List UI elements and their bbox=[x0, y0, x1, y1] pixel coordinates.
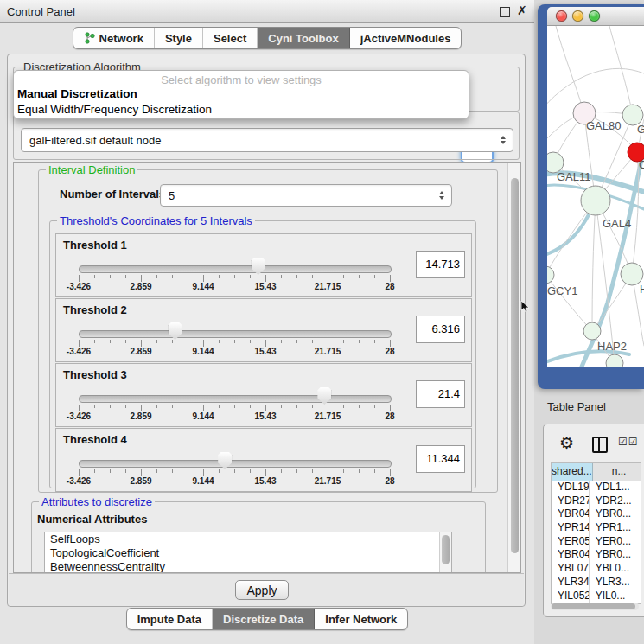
table-row[interactable]: YBL079WYBL0... bbox=[552, 562, 641, 576]
tab-select[interactable]: Select bbox=[203, 28, 258, 48]
network-node[interactable] bbox=[606, 354, 623, 367]
table-row[interactable]: YLR345WYLR3... bbox=[552, 576, 641, 590]
cell-name: YBR0... bbox=[590, 548, 641, 562]
tab-label: Infer Network bbox=[325, 613, 397, 626]
tab-label: Discretize Data bbox=[223, 613, 303, 626]
numerical-attributes-list[interactable]: SelfLoopsTopologicalCoefficientBetweenne… bbox=[44, 532, 452, 573]
float-window-icon[interactable] bbox=[500, 7, 510, 17]
algorithm-dropdown-popup: Select algorithm to view settings Manual… bbox=[13, 70, 469, 119]
number-of-intervals-value: 5 bbox=[161, 189, 436, 202]
number-of-intervals-label: Number of Intervals bbox=[60, 188, 165, 201]
tab-impute-data[interactable]: Impute Data bbox=[127, 609, 213, 629]
dropdown-option-manual[interactable]: Manual Discretization bbox=[17, 87, 137, 100]
network-node-gal4[interactable] bbox=[581, 186, 610, 215]
threshold-value-field[interactable]: 21.4 bbox=[416, 380, 465, 408]
network-node-label: HAP2 bbox=[597, 340, 627, 353]
network-node-label: GAL4 bbox=[603, 217, 631, 230]
cell-name: YBL0... bbox=[590, 562, 641, 576]
node-table[interactable]: shared...n... YDL19...YDL1...YDR27...YDR… bbox=[551, 462, 641, 604]
attributes-list-scrollbar[interactable] bbox=[439, 532, 451, 573]
attribute-list-item[interactable]: SelfLoops bbox=[45, 532, 451, 546]
network-edge[interactable] bbox=[547, 275, 592, 331]
mac-close-icon[interactable] bbox=[556, 10, 567, 22]
checkbox-pair-icon[interactable]: ☑☑ bbox=[618, 436, 639, 448]
tab-label: Impute Data bbox=[137, 613, 201, 626]
number-of-intervals-combobox[interactable]: 5 bbox=[160, 184, 452, 207]
table-data-combobox[interactable]: galFiltered.sif default node bbox=[21, 128, 513, 152]
threshold-row-3: Threshold 3-3.4262.8599.14415.4321.71528… bbox=[55, 363, 472, 427]
thresholds-group-label: Threshold's Coordinates for 5 Intervals bbox=[57, 214, 255, 227]
table-row[interactable]: YDR27...YDR2... bbox=[552, 494, 641, 508]
dropdown-prompt: Select algorithm to view settings bbox=[14, 73, 469, 86]
threshold-row-4: Threshold 4-3.4262.8599.14415.4321.71528… bbox=[55, 428, 472, 492]
attribute-list-item[interactable]: TopologicalCoefficient bbox=[45, 546, 451, 560]
network-canvas[interactable]: GAL80GCGAL11GAL4GCY1HHAP2 bbox=[547, 26, 644, 367]
slider-ticks bbox=[79, 340, 390, 347]
interval-definition-group-label: Interval Definition bbox=[46, 163, 137, 176]
table-data-selected-value: galFiltered.sif default node bbox=[22, 134, 497, 147]
tab-discretize-data[interactable]: Discretize Data bbox=[213, 609, 315, 629]
network-edge[interactable] bbox=[556, 26, 584, 113]
mac-zoom-icon[interactable] bbox=[589, 10, 600, 22]
apply-button[interactable]: Apply bbox=[235, 580, 289, 600]
control-panel-titlebar: Control Panel ✗ bbox=[0, 0, 534, 23]
column-header-name[interactable]: n... bbox=[593, 463, 641, 481]
slider-tick-labels: -3.4262.8599.14415.4321.71528 bbox=[79, 347, 390, 357]
tab-infer-network[interactable]: Infer Network bbox=[315, 609, 407, 629]
cell-name: YBR0... bbox=[590, 507, 641, 521]
settings-panel-scrollbar[interactable] bbox=[507, 163, 520, 572]
mac-minimize-icon[interactable] bbox=[572, 10, 583, 22]
cell-name: YLR3... bbox=[590, 576, 641, 590]
slider-track[interactable] bbox=[79, 395, 392, 403]
attributes-group-label: Attributes to discretize bbox=[39, 495, 155, 508]
network-node-hap2[interactable] bbox=[583, 322, 601, 340]
network-edge[interactable] bbox=[592, 201, 596, 331]
slider-track[interactable] bbox=[79, 265, 392, 273]
cell-shared-name: YER054C bbox=[552, 535, 590, 549]
network-window-titlebar bbox=[547, 7, 644, 26]
table-row[interactable]: YIL052CYIL0... bbox=[552, 590, 641, 603]
close-icon[interactable]: ✗ bbox=[517, 3, 527, 17]
table-row[interactable]: YPR145WYPR1... bbox=[552, 521, 641, 535]
network-node-label: H bbox=[640, 283, 644, 296]
tab-style[interactable]: Style bbox=[155, 28, 203, 48]
gear-icon[interactable]: ⚙ bbox=[559, 433, 574, 453]
cell-shared-name: YDL19... bbox=[552, 481, 590, 494]
table-row[interactable]: YDL19...YDL1... bbox=[552, 481, 641, 494]
tab-jactivemnodules[interactable]: jActiveMNodules bbox=[350, 28, 462, 48]
cell-name: YPR1... bbox=[590, 521, 641, 535]
table-horizontal-scrollbar[interactable] bbox=[551, 603, 639, 610]
network-node-label: G bbox=[637, 123, 644, 136]
table-panel-title: Table Panel bbox=[547, 400, 606, 413]
slider-tick-labels: -3.4262.8599.14415.4321.71528 bbox=[79, 282, 390, 292]
network-node-gcy1[interactable] bbox=[547, 266, 554, 284]
cell-shared-name: YBR043C bbox=[552, 507, 590, 521]
mouse-cursor bbox=[520, 301, 531, 313]
threshold-value-field[interactable]: 11.344 bbox=[416, 445, 465, 473]
table-row[interactable]: YER054CYER0... bbox=[552, 535, 641, 549]
settings-scroll-panel: Interval Definition Number of Intervals … bbox=[13, 162, 521, 573]
cell-name: YER0... bbox=[590, 535, 641, 549]
cell-shared-name: YDR27... bbox=[552, 494, 590, 508]
threshold-row-1: Threshold 1-3.4262.8599.14415.4321.71528… bbox=[55, 233, 472, 297]
tab-label: Select bbox=[214, 32, 246, 45]
cell-shared-name: YIL052C bbox=[552, 590, 590, 603]
attribute-list-item[interactable]: BetweennessCentrality bbox=[45, 560, 451, 573]
column-split-icon[interactable] bbox=[592, 437, 608, 453]
slider-ticks bbox=[79, 275, 390, 282]
numerical-attributes-label: Numerical Attributes bbox=[37, 513, 147, 526]
threshold-value-field[interactable]: 14.713 bbox=[416, 251, 465, 278]
table-row[interactable]: YBR045CYBR0... bbox=[552, 548, 641, 562]
slider-track[interactable] bbox=[79, 330, 392, 338]
tab-network[interactable]: Network bbox=[73, 28, 155, 48]
cyni-toolbox-panel: Discretization Algorithm Table Data galF… bbox=[7, 54, 526, 607]
threshold-value-field[interactable]: 6.316 bbox=[416, 316, 465, 343]
tab-cyni-toolbox[interactable]: Cyni Toolbox bbox=[258, 28, 349, 48]
dropdown-option-equal-width[interactable]: Equal Width/Frequency Discretization bbox=[17, 103, 212, 116]
table-header-row[interactable]: shared...n... bbox=[552, 463, 641, 481]
network-view-window[interactable]: GAL80GCGAL11GAL4GCY1HHAP2 bbox=[538, 4, 644, 389]
table-row[interactable]: YBR043CYBR0... bbox=[552, 507, 641, 521]
slider-track[interactable] bbox=[79, 460, 392, 468]
network-edge[interactable] bbox=[609, 26, 633, 115]
column-header-shared-name[interactable]: shared... bbox=[552, 463, 593, 481]
